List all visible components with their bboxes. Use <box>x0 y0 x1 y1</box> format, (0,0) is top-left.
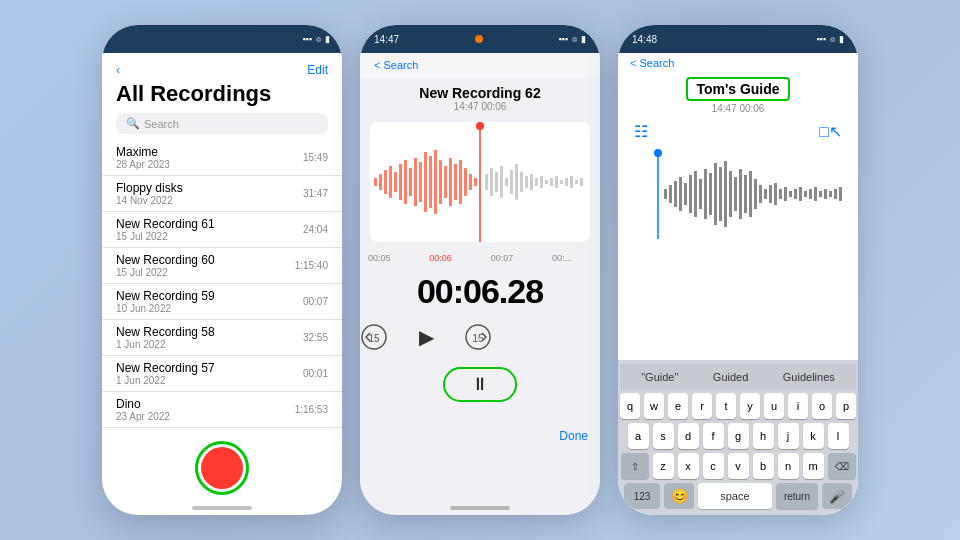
num-key[interactable]: 123 <box>624 483 660 509</box>
suggestion-row: "Guide" Guided Guidelines <box>620 364 856 390</box>
key-s[interactable]: s <box>653 423 674 449</box>
key-k[interactable]: k <box>803 423 824 449</box>
waveform-svg <box>370 122 590 242</box>
svg-point-22 <box>476 122 484 130</box>
key-q[interactable]: q <box>620 393 640 419</box>
svg-rect-6 <box>404 160 407 204</box>
suggestion-3[interactable]: Guidelines <box>777 369 841 385</box>
space-key[interactable]: space <box>698 483 772 509</box>
list-item[interactable]: New Recording 57 1 Jun 2022 00:01 <box>102 356 342 392</box>
recording-duration: 31:47 <box>303 188 328 199</box>
svg-rect-81 <box>824 189 827 199</box>
crop-icon[interactable]: □↖ <box>819 122 842 141</box>
svg-rect-9 <box>419 162 422 202</box>
recording-duration: 24:04 <box>303 224 328 235</box>
controls-row: 15 ▶ 15 <box>360 319 600 355</box>
svg-rect-73 <box>784 187 787 201</box>
recording-date: 1 Jun 2022 <box>116 339 215 350</box>
list-item[interactable]: New Recording 61 15 Jul 2022 24:04 <box>102 212 342 248</box>
key-m[interactable]: m <box>803 453 824 479</box>
svg-rect-78 <box>809 189 812 199</box>
key-z[interactable]: z <box>653 453 674 479</box>
waveform-area <box>370 122 590 242</box>
status-bar-1: ▪▪▪ ⌾ ▮ <box>102 25 342 53</box>
return-key[interactable]: return <box>776 483 818 509</box>
key-l[interactable]: l <box>828 423 849 449</box>
recordings-header: ‹ Edit All Recordings 🔍 Search <box>102 53 342 134</box>
record-button-area <box>102 441 342 495</box>
list-item[interactable]: Maxime 28 Apr 2023 15:49 <box>102 140 342 176</box>
suggestion-1[interactable]: "Guide" <box>635 369 684 385</box>
key-r[interactable]: r <box>692 393 712 419</box>
key-n[interactable]: n <box>778 453 799 479</box>
key-a[interactable]: a <box>628 423 649 449</box>
key-t[interactable]: t <box>716 393 736 419</box>
svg-rect-30 <box>520 172 523 192</box>
delete-key[interactable]: ⌫ <box>828 453 856 479</box>
signal-icon-2: ▪▪▪ <box>558 34 568 44</box>
key-h[interactable]: h <box>753 423 774 449</box>
key-c[interactable]: c <box>703 453 724 479</box>
list-item[interactable]: New Recording 60 15 Jul 2022 1:15:40 <box>102 248 342 284</box>
back-search-3[interactable]: < Search <box>630 57 674 69</box>
list-item[interactable]: New Recording 59 10 Jun 2022 00:07 <box>102 284 342 320</box>
list-item[interactable]: Dino 23 Apr 2022 1:16:53 <box>102 392 342 428</box>
key-e[interactable]: e <box>668 393 688 419</box>
svg-rect-39 <box>565 178 568 186</box>
key-v[interactable]: v <box>728 453 749 479</box>
skip-forward-button[interactable]: 15 <box>464 323 492 351</box>
search-bar[interactable]: 🔍 Search <box>116 113 328 134</box>
edit-button[interactable]: Edit <box>307 63 328 77</box>
recording-info: New Recording 58 1 Jun 2022 <box>116 325 215 350</box>
list-item[interactable]: New Recording 58 1 Jun 2022 32:55 <box>102 320 342 356</box>
shift-key[interactable]: ⇧ <box>621 453 649 479</box>
mic-key[interactable]: 🎤 <box>822 483 852 509</box>
svg-rect-24 <box>490 168 493 196</box>
pause-icon: ⏸ <box>471 374 489 395</box>
svg-rect-32 <box>530 174 533 190</box>
list-item[interactable]: Floppy disks 14 Nov 2022 31:47 <box>102 176 342 212</box>
svg-rect-55 <box>694 171 697 217</box>
svg-rect-41 <box>575 180 578 184</box>
timeline-4: 00:... <box>552 253 572 263</box>
wifi-icon: ⌾ <box>316 34 321 44</box>
svg-rect-17 <box>459 160 462 204</box>
key-i[interactable]: i <box>788 393 808 419</box>
back-button[interactable]: ‹ <box>116 63 120 77</box>
svg-rect-27 <box>505 178 508 186</box>
key-g[interactable]: g <box>728 423 749 449</box>
search-placeholder: Search <box>144 118 179 130</box>
key-b[interactable]: b <box>753 453 774 479</box>
recording-name: Floppy disks <box>116 181 183 195</box>
recording-name: Dino <box>116 397 170 411</box>
back-search-2[interactable]: < Search <box>374 59 418 71</box>
skip-back-button[interactable]: 15 <box>360 323 388 351</box>
key-o[interactable]: o <box>812 393 832 419</box>
svg-rect-62 <box>729 171 732 217</box>
title-edit-field[interactable]: Tom's Guide <box>686 77 789 101</box>
key-u[interactable]: u <box>764 393 784 419</box>
keyboard-row-2: asdfghjkl <box>620 423 856 449</box>
play-button[interactable]: ▶ <box>408 319 444 355</box>
waveform2-area <box>628 149 848 239</box>
record-button-inner[interactable] <box>201 447 243 489</box>
emoji-key[interactable]: 😊 <box>664 483 694 509</box>
done-button[interactable]: Done <box>559 429 588 443</box>
key-j[interactable]: j <box>778 423 799 449</box>
svg-rect-18 <box>464 168 467 196</box>
key-x[interactable]: x <box>678 453 699 479</box>
record-button-outer[interactable] <box>195 441 249 495</box>
key-p[interactable]: p <box>836 393 856 419</box>
recording-name: New Recording 57 <box>116 361 215 375</box>
svg-rect-7 <box>409 168 412 196</box>
recording-name: Maxime <box>116 145 170 159</box>
pause-button[interactable]: ⏸ <box>443 367 517 402</box>
suggestion-2[interactable]: Guided <box>707 369 754 385</box>
key-d[interactable]: d <box>678 423 699 449</box>
filter-icon[interactable]: ☷ <box>634 122 648 141</box>
key-w[interactable]: w <box>644 393 664 419</box>
status-time-3: 14:48 <box>632 34 657 45</box>
key-f[interactable]: f <box>703 423 724 449</box>
title-edit-area: Tom's Guide 14:47 00:06 <box>618 73 858 118</box>
key-y[interactable]: y <box>740 393 760 419</box>
